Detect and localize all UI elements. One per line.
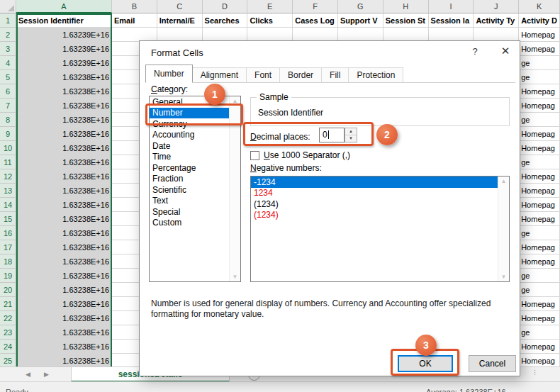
cell-k25[interactable]: Homepag bbox=[519, 354, 560, 368]
category-item-percentage[interactable]: Percentage bbox=[150, 162, 240, 174]
row-header-17[interactable]: 17 bbox=[0, 240, 16, 254]
scroll-down-icon[interactable]: ▼ bbox=[498, 274, 509, 280]
column-header-f[interactable]: F bbox=[293, 0, 338, 13]
tab-alignment[interactable]: Alignment bbox=[192, 67, 247, 83]
tab-font[interactable]: Font bbox=[246, 67, 280, 83]
negative-option-0[interactable]: -1234 bbox=[251, 177, 509, 188]
scroll-up-icon[interactable]: ▲ bbox=[230, 98, 240, 104]
tab-border[interactable]: Border bbox=[279, 67, 322, 83]
row-header-4[interactable]: 4 bbox=[0, 56, 16, 70]
row-header-24[interactable]: 24 bbox=[0, 340, 16, 354]
cell-k1[interactable]: Activity D bbox=[519, 13, 560, 28]
row-header-13[interactable]: 13 bbox=[0, 184, 16, 198]
cell-k18[interactable]: Homepag bbox=[519, 254, 560, 269]
scroll-up-icon[interactable]: ▲ bbox=[498, 178, 509, 184]
row-header-7[interactable]: 7 bbox=[0, 99, 16, 113]
tabbar-resize-handle[interactable]: ⋮ bbox=[532, 369, 538, 376]
cell-b1[interactable]: Email bbox=[112, 13, 157, 28]
ok-button[interactable]: OK bbox=[398, 355, 453, 372]
column-header-a[interactable]: A bbox=[16, 0, 112, 13]
cell-k19[interactable]: ge bbox=[519, 269, 560, 283]
cell-a17[interactable]: 1.63238E+16 bbox=[16, 240, 112, 254]
row-header-18[interactable]: 18 bbox=[0, 254, 16, 269]
category-item-date[interactable]: Date bbox=[150, 140, 240, 152]
cell-a8[interactable]: 1.63238E+16 bbox=[16, 113, 112, 127]
cell-a21[interactable]: 1.63238E+16 bbox=[16, 297, 112, 311]
cell-d1[interactable]: Searches bbox=[203, 13, 248, 28]
cell-a14[interactable]: 1.63238E+16 bbox=[16, 198, 112, 212]
cell-a10[interactable]: 1.63238E+16 bbox=[16, 141, 112, 155]
column-header-k[interactable]: K bbox=[519, 0, 560, 13]
negative-option-2[interactable]: (1234) bbox=[251, 198, 509, 210]
row-header-19[interactable]: 19 bbox=[0, 269, 16, 283]
cell-k11[interactable]: ge bbox=[519, 155, 560, 169]
category-item-time[interactable]: Time bbox=[150, 152, 240, 163]
cell-e1[interactable]: Clicks bbox=[247, 13, 293, 28]
tab-fill[interactable]: Fill bbox=[321, 67, 349, 83]
select-all-button[interactable] bbox=[0, 0, 16, 13]
thousand-separator-checkbox[interactable] bbox=[250, 151, 259, 160]
cell-k23[interactable]: ge bbox=[519, 325, 560, 340]
stepper-up-icon[interactable]: ▲ bbox=[345, 128, 357, 135]
stepper-down-icon[interactable]: ▼ bbox=[345, 135, 357, 142]
column-header-j[interactable]: J bbox=[474, 0, 519, 13]
category-scrollbar[interactable]: ▲ ▼ bbox=[229, 96, 240, 281]
row-header-9[interactable]: 9 bbox=[0, 127, 16, 141]
cell-k15[interactable]: Homepag bbox=[519, 212, 560, 226]
cell-k10[interactable]: Homepag bbox=[519, 141, 560, 155]
cancel-button[interactable]: Cancel bbox=[469, 355, 516, 372]
cell-k8[interactable]: ge bbox=[519, 113, 560, 127]
cell-a25[interactable]: 1.63238E+16 bbox=[16, 354, 112, 368]
cell-k4[interactable]: ge bbox=[519, 56, 560, 70]
row-header-5[interactable]: 5 bbox=[0, 70, 16, 84]
row-header-22[interactable]: 22 bbox=[0, 311, 16, 325]
cell-a11[interactable]: 1.63238E+16 bbox=[16, 155, 112, 169]
negative-scrollbar[interactable]: ▲ ▼ bbox=[498, 177, 509, 281]
row-header-12[interactable]: 12 bbox=[0, 169, 16, 184]
column-header-d[interactable]: D bbox=[203, 0, 248, 13]
category-item-text[interactable]: Text bbox=[150, 196, 240, 207]
scroll-down-icon[interactable]: ▼ bbox=[230, 274, 240, 280]
cell-a20[interactable]: 1.63238E+16 bbox=[16, 283, 112, 297]
cell-k17[interactable]: Homepag bbox=[519, 240, 560, 254]
cell-a3[interactable]: 1.63239E+16 bbox=[16, 42, 112, 56]
cell-k14[interactable]: Homepag bbox=[519, 198, 560, 212]
cell-k3[interactable]: Homepag bbox=[519, 42, 560, 56]
category-item-fraction[interactable]: Fraction bbox=[150, 174, 240, 185]
cell-k13[interactable]: Homepag bbox=[519, 184, 560, 198]
cell-i2[interactable] bbox=[429, 28, 474, 42]
cell-a15[interactable]: 1.63238E+16 bbox=[16, 212, 112, 226]
category-listbox[interactable]: GeneralNumberCurrencyAccountingDateTimeP… bbox=[149, 96, 241, 282]
cell-k2[interactable]: Homepag bbox=[519, 28, 560, 42]
cell-a1[interactable]: Session Identifier bbox=[16, 13, 112, 28]
cell-a9[interactable]: 1.63238E+16 bbox=[16, 127, 112, 141]
cell-k5[interactable]: ge bbox=[519, 70, 560, 84]
negative-option-3[interactable]: (1234) bbox=[251, 210, 509, 221]
cell-d2[interactable] bbox=[203, 28, 248, 42]
category-item-currency[interactable]: Currency bbox=[150, 118, 240, 130]
cell-a2[interactable]: 1.63239E+16 bbox=[16, 28, 112, 42]
cell-f2[interactable] bbox=[293, 28, 338, 42]
cell-a18[interactable]: 1.63238E+16 bbox=[16, 254, 112, 269]
row-header-6[interactable]: 6 bbox=[0, 84, 16, 99]
cell-a23[interactable]: 1.63238E+16 bbox=[16, 325, 112, 340]
cell-c1[interactable]: Internal/E bbox=[157, 13, 203, 28]
negative-numbers-listbox[interactable]: -12341234(1234)(1234) ▲ ▼ bbox=[250, 176, 510, 282]
cell-a16[interactable]: 1.63238E+16 bbox=[16, 226, 112, 240]
cell-j2[interactable] bbox=[474, 28, 519, 42]
help-icon[interactable]: ? bbox=[467, 46, 483, 59]
cell-k22[interactable]: Homepag bbox=[519, 311, 560, 325]
row-header-3[interactable]: 3 bbox=[0, 42, 16, 56]
tab-number[interactable]: Number bbox=[145, 65, 193, 83]
row-header-2[interactable]: 2 bbox=[0, 28, 16, 42]
category-item-accounting[interactable]: Accounting bbox=[150, 130, 240, 141]
cell-a24[interactable]: 1.63238E+16 bbox=[16, 340, 112, 354]
column-header-g[interactable]: G bbox=[338, 0, 383, 13]
cell-c2[interactable] bbox=[157, 28, 203, 42]
column-header-i[interactable]: I bbox=[429, 0, 474, 13]
cell-h2[interactable] bbox=[383, 28, 429, 42]
column-header-h[interactable]: H bbox=[383, 0, 429, 13]
row-header-14[interactable]: 14 bbox=[0, 198, 16, 212]
cell-k9[interactable]: Homepag bbox=[519, 127, 560, 141]
decimal-places-input[interactable]: 0 bbox=[319, 128, 345, 142]
